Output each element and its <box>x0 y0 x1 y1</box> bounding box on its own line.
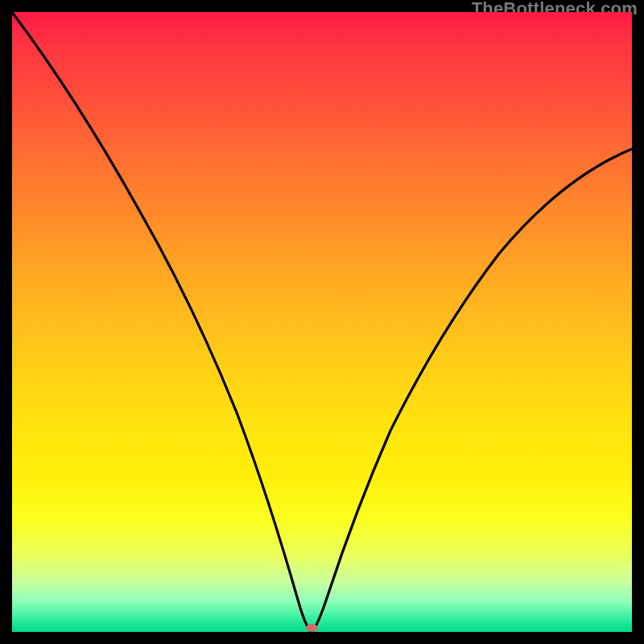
chart-container: TheBottleneck.com <box>0 0 644 644</box>
plot-area <box>12 12 632 632</box>
minimum-marker <box>306 624 318 632</box>
curve-layer <box>12 12 632 632</box>
bottleneck-curve <box>12 12 632 632</box>
